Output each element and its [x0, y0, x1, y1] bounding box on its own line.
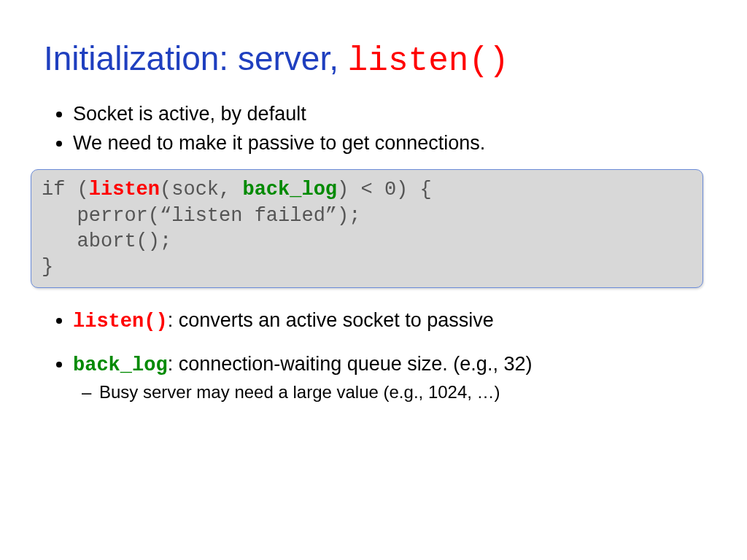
title-text-red-mono: listen() — [348, 42, 509, 80]
title-text-blue: Initialization: server, — [44, 39, 348, 77]
sub-list: Busy server may need a large value (e.g.… — [73, 381, 703, 404]
keyword-backlog: back_log — [73, 354, 168, 376]
code-text: if ( — [42, 179, 89, 201]
intro-list: Socket is active, by default We need to … — [44, 101, 703, 157]
code-text: } — [42, 256, 53, 278]
sub-item: Busy server may need a large value (e.g.… — [99, 381, 703, 404]
intro-item: Socket is active, by default — [73, 101, 703, 127]
code-text: perror(“listen failed”); — [42, 205, 360, 227]
desc-text: : converts an active socket to passive — [168, 309, 494, 331]
slide-title: Initialization: server, listen() — [44, 40, 703, 80]
code-keyword-listen: listen — [89, 179, 160, 201]
code-text: ) < 0) { — [337, 179, 432, 201]
intro-item: We need to make it passive to get connec… — [73, 130, 703, 156]
slide: Initialization: server, listen() Socket … — [0, 0, 747, 560]
code-block: if (listen(sock, back_log) < 0) { perror… — [31, 169, 703, 287]
keyword-listen: listen() — [73, 311, 168, 332]
code-text: abort(); — [42, 230, 171, 252]
code-keyword-backlog: back_log — [242, 179, 337, 201]
desc-text: : connection-waiting queue size. (e.g., … — [168, 353, 533, 375]
description-list: listen(): converts an active socket to p… — [44, 307, 703, 404]
desc-item-backlog: back_log: connection-waiting queue size.… — [73, 351, 703, 404]
code-text: (sock, — [160, 179, 242, 201]
desc-item-listen: listen(): converts an active socket to p… — [73, 307, 703, 335]
